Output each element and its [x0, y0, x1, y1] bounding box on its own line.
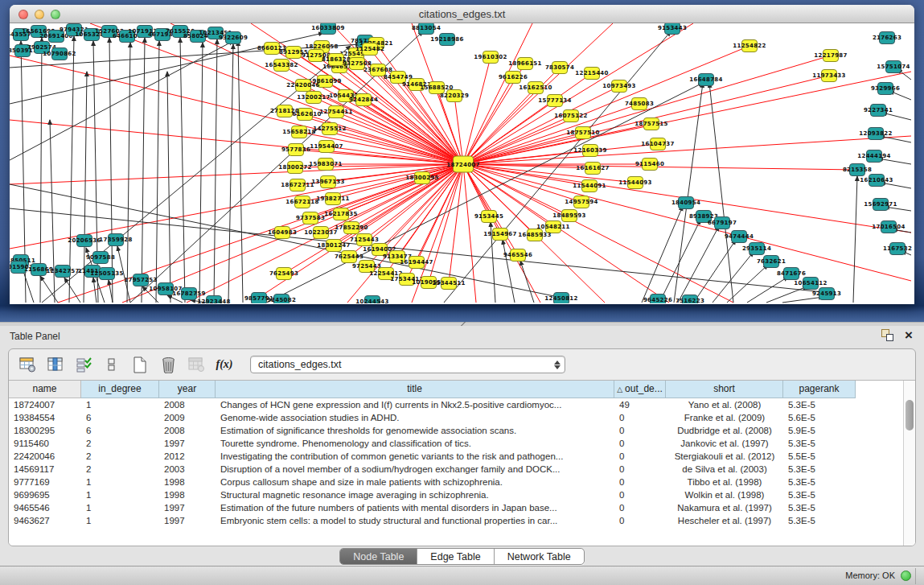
delete-icon[interactable]: [159, 356, 177, 373]
table-row[interactable]: 977716911998Corpus callosum shape and si…: [9, 476, 915, 488]
graph-node[interactable]: 12505135: [99, 267, 115, 280]
graph-node[interactable]: 12754411: [328, 105, 344, 118]
graph-node[interactable]: 12342757: [55, 265, 71, 278]
graph-node[interactable]: 19382711: [325, 192, 341, 205]
network-canvas[interactable]: 5435574165616992069140697943211065328715…: [10, 23, 913, 303]
select-columns-icon[interactable]: [75, 356, 92, 373]
graph-node[interactable]: 1167532: [889, 242, 906, 255]
graph-node[interactable]: 12444194: [866, 150, 882, 163]
graph-node[interactable]: 17016504: [881, 220, 897, 233]
graph-node[interactable]: 13200217: [306, 91, 322, 104]
graph-node[interactable]: 17852290: [343, 221, 359, 234]
graph-node[interactable]: 16194447: [409, 256, 425, 269]
graph-node[interactable]: 10973493: [611, 80, 627, 93]
table-row[interactable]: 946362711997Embryonic stem cells: a mode…: [9, 514, 915, 527]
graph-node[interactable]: 9474444: [731, 230, 747, 243]
graph-node[interactable]: 16543382: [273, 59, 290, 72]
graph-node[interactable]: 9857791: [251, 292, 267, 303]
graph-node[interactable]: 1840954: [678, 196, 694, 209]
graph-node[interactable]: 8220329: [446, 89, 462, 102]
graph-node[interactable]: 11954407: [318, 140, 335, 153]
graph-node[interactable]: 16648784: [698, 73, 714, 86]
table-row[interactable]: 1938455462009Genome-wide association stu…: [9, 411, 915, 424]
window-titlebar[interactable]: citations_edges.txt: [10, 5, 914, 23]
table-row[interactable]: 1872400712008Changes of HCN gene express…: [9, 398, 915, 411]
scrollbar-thumb[interactable]: [906, 400, 914, 431]
graph-node[interactable]: 2718120: [277, 105, 293, 117]
graph-node[interactable]: 7632621: [763, 255, 779, 268]
column-header-short[interactable]: short: [666, 381, 783, 398]
function-icon[interactable]: f(x): [216, 356, 233, 373]
graph-node[interactable]: 12217987: [823, 49, 839, 62]
graph-node[interactable]: 16485933: [527, 229, 543, 241]
graph-node[interactable]: 1156869: [31, 263, 47, 276]
graph-node[interactable]: 17359928: [108, 233, 124, 246]
graph-node[interactable]: 16162510: [528, 81, 544, 94]
graph-node[interactable]: 7485083: [631, 97, 647, 110]
graph-node[interactable]: 10958107: [158, 282, 174, 295]
column-header-in-degree[interactable]: in_degree: [81, 381, 159, 398]
graph-node[interactable]: 9245082: [273, 294, 290, 303]
graph-node[interactable]: 16210643: [869, 174, 885, 187]
graph-node[interactable]: 9227341: [870, 104, 886, 117]
graph-node[interactable]: 13967133: [320, 175, 336, 188]
graph-node[interactable]: 22420046: [295, 79, 311, 92]
graph-node[interactable]: 11254822: [741, 39, 758, 52]
graph-node[interactable]: 18757515: [643, 117, 659, 130]
graph-node[interactable]: 11544093: [627, 176, 643, 189]
graph-node[interactable]: 20206536: [76, 234, 92, 247]
graph-node[interactable]: 18757510: [575, 126, 591, 139]
graph-node[interactable]: 16033809: [320, 23, 336, 35]
graph-node[interactable]: 9465546: [510, 249, 526, 262]
vertical-scrollbar[interactable]: [903, 381, 915, 546]
graph-node[interactable]: 10244543: [364, 295, 380, 303]
graph-hub-node[interactable]: 18724007: [453, 156, 474, 173]
graph-node[interactable]: 7625493: [276, 267, 292, 280]
graph-node[interactable]: 8471676: [783, 267, 799, 280]
graph-node[interactable]: 10223037: [313, 226, 329, 239]
graph-node[interactable]: 9245913: [819, 287, 835, 300]
graph-node[interactable]: 12160339: [582, 144, 598, 157]
graph-node[interactable]: 11973433: [821, 69, 837, 82]
graph-node[interactable]: 8660123: [264, 42, 280, 55]
table-row[interactable]: 911546021997Tourette syndrome. Phenomeno…: [9, 437, 915, 450]
rows-icon[interactable]: [103, 356, 121, 373]
graph-node[interactable]: 12923448: [206, 295, 222, 303]
graph-node[interactable]: 9153445: [481, 210, 497, 223]
close-panel-icon[interactable]: ×: [905, 330, 913, 341]
graph-node[interactable]: 14957594: [573, 196, 589, 208]
table-row[interactable]: 2242004622012Investigating the contribut…: [9, 450, 915, 463]
graph-node[interactable]: 9577836: [288, 143, 304, 156]
graph-node[interactable]: 15777134: [547, 94, 563, 107]
table-row[interactable]: 1456911722003Disruption of a novel membe…: [9, 463, 915, 476]
column-header-name[interactable]: name: [9, 381, 81, 398]
graph-node[interactable]: 9616226: [505, 71, 521, 84]
graph-node[interactable]: 7125443: [356, 233, 372, 246]
graph-node[interactable]: 18966151: [517, 57, 533, 70]
graph-node[interactable]: 8912955: [285, 46, 302, 59]
tab-node-table[interactable]: Node Table: [340, 549, 417, 564]
graph-node[interactable]: 18300295: [414, 171, 430, 184]
graph-node[interactable]: 16161627: [585, 162, 601, 175]
graph-node[interactable]: 9115460: [642, 158, 658, 171]
table-row[interactable]: 946554611997Estimation of the future num…: [9, 501, 915, 514]
graph-node[interactable]: 1604983: [274, 226, 290, 239]
tab-edge-table[interactable]: Edge Table: [417, 549, 494, 564]
graph-node[interactable]: 18489593: [561, 209, 577, 222]
graph-node[interactable]: 16075122: [563, 109, 579, 122]
graph-node[interactable]: 2176263: [879, 31, 895, 44]
graph-node[interactable]: 16672118: [294, 196, 310, 208]
graph-node[interactable]: 16782759: [181, 287, 197, 300]
graph-node[interactable]: 11544091: [581, 179, 598, 192]
graph-node[interactable]: 9737583: [302, 212, 318, 225]
graph-node[interactable]: 15983071: [318, 158, 334, 171]
column-header-year[interactable]: year: [159, 381, 216, 398]
graph-node[interactable]: 8813054: [418, 23, 434, 35]
graph-node[interactable]: 7625443: [341, 250, 357, 263]
graph-node[interactable]: 19610302: [483, 51, 499, 64]
graph-node[interactable]: 12093822: [868, 127, 884, 140]
graph-node[interactable]: 10790862: [51, 47, 68, 60]
graph-node[interactable]: 9329966: [877, 82, 893, 95]
column-header-out-de-[interactable]: △out_de...: [614, 381, 666, 398]
table-settings-icon[interactable]: [18, 356, 36, 373]
